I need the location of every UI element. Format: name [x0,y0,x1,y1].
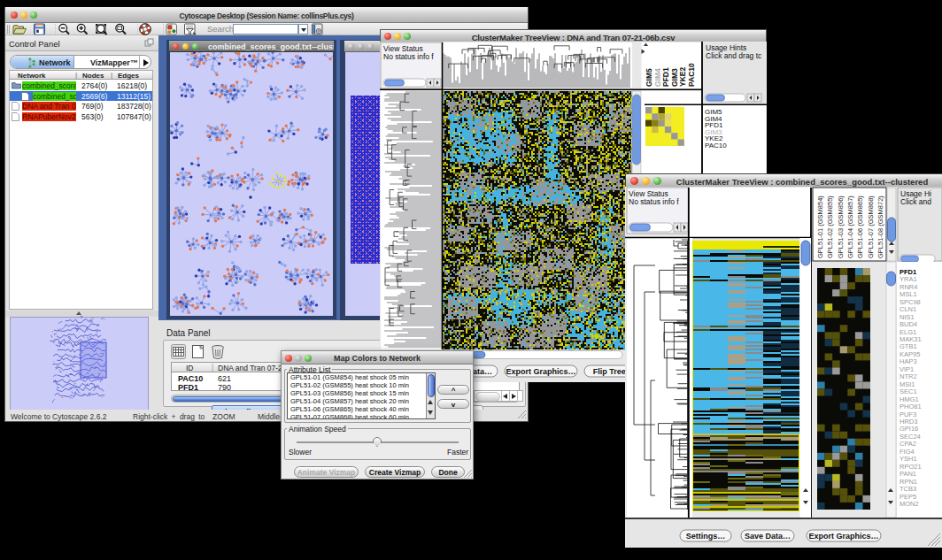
svg-text:No status info f: No status info f [383,52,434,61]
svg-text:PFD1: PFD1 [661,67,670,87]
svg-text:PAC10: PAC10 [687,63,696,87]
svg-text:GPL51-07 (GSM868): GPL51-07 (GSM868) [867,196,875,258]
svg-text:GIM4: GIM4 [653,68,662,87]
svg-text:GPL51-02 (GSM855): GPL51-02 (GSM855) [826,196,834,258]
svg-text:GPL51-01 (GSM854): GPL51-01 (GSM854) [816,196,824,258]
svg-text:PAC10: PAC10 [705,142,727,150]
svg-text:Save Data…: Save Data… [745,532,791,541]
svg-text:Search:: Search: [207,24,236,34]
svg-text:Click and drag tc: Click and drag tc [706,51,762,60]
svg-text:No status info f: No status info f [629,197,679,206]
svg-text:Settings…: Settings… [686,532,726,541]
svg-text:GPL51-04 (GSM857): GPL51-04 (GSM857) [846,196,854,258]
svg-text:Export Graphics…: Export Graphics… [506,367,575,376]
svg-text:YKE2: YKE2 [678,67,687,87]
svg-text:GIM5: GIM5 [645,68,653,87]
svg-text:Click and: Click and [900,197,931,206]
svg-text:GPL51-03 (GSM856): GPL51-03 (GSM856) [837,196,845,258]
svg-text:GPL51-06 (GSM865): GPL51-06 (GSM865) [856,196,864,258]
svg-text:GIM3: GIM3 [670,68,679,87]
svg-text:GPL51-08 (GSM872): GPL51-08 (GSM872) [876,196,884,258]
svg-text:MON2: MON2 [900,500,919,508]
svg-text:Export Graphics…: Export Graphics… [808,532,878,541]
